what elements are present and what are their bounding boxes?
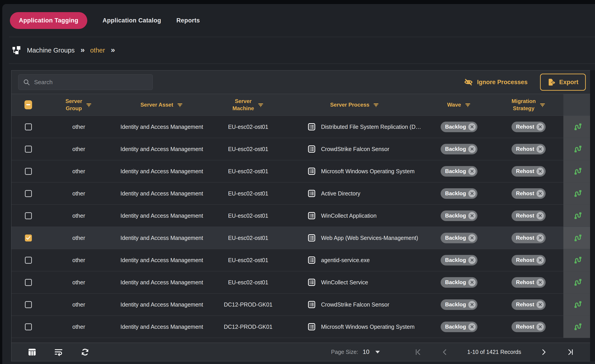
filter-icon[interactable]: [373, 102, 379, 108]
table-row[interactable]: other Identity and Access Management EU-…: [11, 115, 593, 138]
search-input[interactable]: [34, 79, 148, 86]
page-size-value[interactable]: 10: [363, 349, 369, 356]
strategy-chip[interactable]: Rehost: [511, 321, 546, 332]
connection-mapping-icon[interactable]: [573, 211, 583, 220]
column-settings-icon[interactable]: [28, 348, 36, 357]
select-all-checkbox[interactable]: [24, 100, 32, 109]
connection-mapping-icon[interactable]: [573, 278, 583, 287]
table-row[interactable]: other Identity and Access Management EU-…: [11, 249, 593, 271]
strategy-chip[interactable]: Rehost: [511, 144, 546, 154]
breadcrumb-other[interactable]: other: [90, 47, 105, 54]
chip-remove-icon[interactable]: [537, 234, 544, 242]
wave-chip[interactable]: Backlog: [441, 255, 477, 265]
strategy-chip[interactable]: Rehost: [511, 233, 546, 243]
wave-chip[interactable]: Backlog: [441, 277, 477, 288]
strategy-chip[interactable]: Rehost: [511, 277, 546, 288]
page-size-dropdown-icon[interactable]: [375, 351, 380, 353]
wave-chip[interactable]: Backlog: [441, 210, 477, 221]
row-checkbox[interactable]: [25, 212, 32, 219]
connection-mapping-icon[interactable]: [573, 233, 583, 243]
strategy-chip[interactable]: Rehost: [511, 255, 546, 265]
breadcrumb-machine-groups[interactable]: Machine Groups: [27, 47, 75, 54]
header-wave[interactable]: Wave: [424, 94, 494, 115]
table-row[interactable]: other Identity and Access Management EU-…: [11, 138, 593, 160]
last-page-button[interactable]: [557, 349, 584, 356]
chip-remove-icon[interactable]: [468, 234, 476, 242]
table-row[interactable]: other Identity and Access Management DC1…: [11, 293, 593, 315]
chip-remove-icon[interactable]: [537, 212, 544, 220]
chip-remove-icon[interactable]: [468, 212, 476, 220]
chip-remove-icon[interactable]: [468, 301, 476, 308]
strategy-chip[interactable]: Rehost: [511, 210, 546, 221]
chip-remove-icon[interactable]: [537, 123, 544, 131]
chip-remove-icon[interactable]: [537, 168, 544, 175]
header-server-machine[interactable]: Server Machine: [211, 94, 285, 115]
connection-mapping-icon[interactable]: [573, 189, 583, 198]
table-row[interactable]: other Identity and Access Management EU-…: [11, 182, 593, 204]
wave-chip[interactable]: Backlog: [441, 233, 477, 243]
wrap-text-icon[interactable]: [54, 348, 63, 357]
row-checkbox[interactable]: [25, 168, 32, 175]
refresh-icon[interactable]: [81, 348, 90, 357]
chip-remove-icon[interactable]: [468, 323, 476, 331]
export-button[interactable]: Export: [540, 74, 586, 91]
chip-remove-icon[interactable]: [537, 257, 544, 264]
tab-reports[interactable]: Reports: [176, 17, 200, 24]
row-checkbox[interactable]: [25, 279, 32, 286]
search-box[interactable]: [18, 74, 153, 90]
filter-icon[interactable]: [258, 102, 264, 108]
chip-remove-icon[interactable]: [468, 257, 476, 264]
wave-chip[interactable]: Backlog: [441, 321, 477, 332]
row-checkbox[interactable]: [25, 257, 32, 264]
wave-chip[interactable]: Backlog: [441, 144, 477, 154]
row-checkbox[interactable]: [25, 146, 32, 153]
strategy-chip[interactable]: Rehost: [511, 122, 546, 132]
row-checkbox[interactable]: [25, 301, 32, 308]
table-row[interactable]: other Identity and Access Management EU-…: [11, 204, 593, 227]
chip-remove-icon[interactable]: [468, 168, 476, 175]
wave-chip[interactable]: Backlog: [441, 188, 477, 199]
filter-icon[interactable]: [86, 102, 92, 108]
chip-remove-icon[interactable]: [537, 190, 544, 197]
table-row[interactable]: other Identity and Access Management DC1…: [11, 315, 593, 338]
wave-chip[interactable]: Backlog: [441, 166, 477, 177]
row-checkbox[interactable]: [25, 190, 32, 197]
scrollbar-track[interactable]: [590, 70, 595, 361]
connection-mapping-icon[interactable]: [573, 300, 583, 309]
previous-page-button[interactable]: [432, 349, 458, 356]
chip-remove-icon[interactable]: [468, 190, 476, 197]
header-migration-strategy[interactable]: Migration Strategy: [494, 94, 563, 115]
wave-chip[interactable]: Backlog: [441, 299, 477, 310]
table-row[interactable]: other Identity and Access Management EU-…: [11, 271, 593, 293]
tab-application-catalog[interactable]: Application Catalog: [103, 17, 161, 24]
chip-remove-icon[interactable]: [537, 301, 544, 308]
row-checkbox[interactable]: [25, 235, 32, 242]
connection-mapping-icon[interactable]: [573, 166, 583, 176]
chip-remove-icon[interactable]: [468, 279, 476, 286]
row-checkbox[interactable]: [25, 323, 32, 330]
row-checkbox[interactable]: [25, 123, 32, 130]
strategy-chip[interactable]: Rehost: [511, 299, 546, 310]
wave-chip[interactable]: Backlog: [441, 122, 477, 132]
table-row[interactable]: other Identity and Access Management EU-…: [11, 227, 593, 249]
chip-remove-icon[interactable]: [468, 123, 476, 131]
header-server-asset[interactable]: Server Asset: [112, 94, 211, 115]
header-server-process[interactable]: Server Process: [285, 94, 424, 115]
chip-remove-icon[interactable]: [537, 323, 544, 331]
filter-icon[interactable]: [539, 102, 546, 108]
connection-mapping-icon[interactable]: [573, 122, 583, 131]
first-page-button[interactable]: [404, 349, 432, 356]
next-page-button[interactable]: [530, 349, 557, 356]
tab-application-tagging[interactable]: Application Tagging: [10, 12, 87, 29]
header-server-group[interactable]: Server Group: [45, 94, 112, 115]
connection-mapping-icon[interactable]: [573, 255, 583, 265]
filter-icon[interactable]: [465, 102, 471, 108]
chip-remove-icon[interactable]: [537, 279, 544, 286]
table-row[interactable]: other Identity and Access Management EU-…: [11, 160, 593, 182]
strategy-chip[interactable]: Rehost: [511, 188, 546, 199]
connection-mapping-icon[interactable]: [573, 322, 583, 331]
chip-remove-icon[interactable]: [537, 145, 544, 153]
ignore-processes-button[interactable]: Ignore Processes: [464, 78, 527, 87]
filter-icon[interactable]: [177, 102, 183, 108]
connection-mapping-icon[interactable]: [573, 144, 583, 154]
